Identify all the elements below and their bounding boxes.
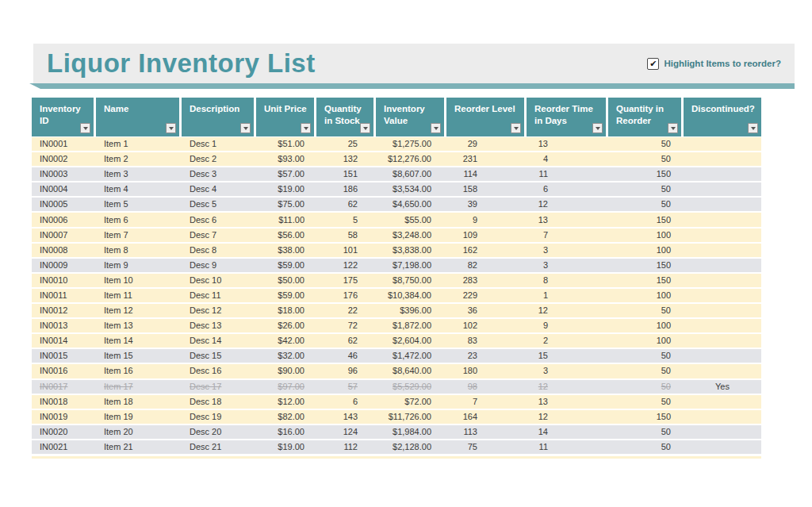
cell-inventory-value[interactable]: $3,838.00	[376, 244, 446, 257]
cell-description[interactable]: Desc 21	[182, 440, 256, 454]
cell-inventory-value[interactable]: $5,529.00	[376, 380, 446, 394]
cell-reorder-level[interactable]: 113	[446, 425, 527, 439]
cell-description[interactable]: Desc 12	[182, 304, 256, 317]
cell-quantity-in-stock[interactable]: 175	[316, 274, 376, 287]
cell-reorder-time-in-days[interactable]: 13	[527, 213, 608, 227]
cell-reorder-level[interactable]: 98	[446, 380, 527, 394]
cell-reorder-time-in-days[interactable]: 13	[527, 137, 608, 151]
cell-name[interactable]: Item 13	[96, 319, 182, 332]
cell-reorder-level[interactable]: 82	[446, 259, 527, 272]
cell-reorder-time-in-days[interactable]: 3	[527, 259, 608, 272]
cell-unit-price[interactable]: $42.00	[256, 334, 316, 348]
cell-discontinued[interactable]: Yes	[684, 380, 761, 394]
cell-description[interactable]: Desc 16	[182, 364, 256, 378]
cell-quantity-in-reorder[interactable]: 50	[608, 440, 684, 454]
cell-inventory-value[interactable]: $8,607.00	[376, 167, 446, 181]
cell-unit-price[interactable]: $59.00	[256, 259, 316, 272]
cell-inventory-value[interactable]: $1,984.00	[376, 425, 446, 439]
cell-unit-price[interactable]: $59.00	[256, 289, 316, 302]
cell-reorder-time-in-days[interactable]: 8	[527, 274, 608, 287]
filter-dropdown-button[interactable]	[301, 123, 311, 133]
cell-inventory-id[interactable]: IN0007	[32, 229, 96, 242]
cell-inventory-value[interactable]: $11,726.00	[376, 410, 446, 424]
cell-reorder-level[interactable]: 162	[446, 244, 527, 257]
cell-quantity-in-stock[interactable]: 25	[316, 137, 376, 151]
cell-quantity-in-stock[interactable]: 101	[316, 244, 376, 257]
cell-inventory-value[interactable]: $2,604.00	[376, 334, 446, 348]
cell-description[interactable]: Desc 8	[182, 244, 256, 257]
cell-inventory-value[interactable]: $3,248.00	[376, 229, 446, 242]
cell-reorder-time-in-days[interactable]: 13	[527, 395, 608, 409]
cell-inventory-id[interactable]: IN0015	[32, 349, 96, 363]
cell-reorder-level[interactable]: 36	[446, 304, 527, 317]
cell-inventory-id[interactable]: IN0016	[32, 364, 96, 378]
cell-inventory-value[interactable]: $12,276.00	[376, 152, 446, 166]
cell-inventory-id[interactable]: IN0001	[32, 137, 96, 151]
cell-reorder-time-in-days[interactable]: 7	[527, 229, 608, 242]
cell-description[interactable]: Desc 7	[182, 229, 256, 242]
cell-name[interactable]: Item 15	[96, 349, 182, 363]
cell-description[interactable]: Desc 14	[182, 334, 256, 348]
cell-name[interactable]: Item 20	[96, 425, 182, 439]
cell-name[interactable]: Item 7	[96, 229, 182, 242]
cell-inventory-id[interactable]: IN0009	[32, 259, 96, 272]
cell-inventory-value[interactable]: $8,640.00	[376, 364, 446, 378]
cell-quantity-in-stock[interactable]: 112	[316, 440, 376, 454]
cell-quantity-in-stock[interactable]: 176	[316, 289, 376, 302]
cell-description[interactable]: Desc 19	[182, 410, 256, 424]
cell-quantity-in-reorder[interactable]: 150	[608, 213, 684, 227]
cell-name[interactable]: Item 17	[96, 380, 182, 394]
cell-description[interactable]: Desc 18	[182, 395, 256, 409]
cell-inventory-id[interactable]: IN0021	[32, 440, 96, 454]
filter-dropdown-button[interactable]	[431, 123, 441, 133]
cell-reorder-time-in-days[interactable]: 12	[527, 380, 608, 394]
cell-quantity-in-stock[interactable]: 22	[316, 304, 376, 317]
cell-name[interactable]: Item 5	[96, 198, 182, 211]
cell-description[interactable]: Desc 1	[182, 137, 256, 151]
filter-dropdown-button[interactable]	[166, 123, 176, 133]
cell-reorder-level[interactable]: 231	[446, 152, 527, 166]
cell-name[interactable]: Item 4	[96, 182, 182, 196]
cell-inventory-id[interactable]: IN0010	[32, 274, 96, 287]
cell-unit-price[interactable]: $90.00	[256, 364, 316, 378]
cell-inventory-value[interactable]: $7,198.00	[376, 259, 446, 272]
cell-reorder-level[interactable]: 83	[446, 334, 527, 348]
cell-unit-price[interactable]: $75.00	[256, 198, 316, 211]
cell-name[interactable]: Item 14	[96, 334, 182, 348]
highlight-reorder-checkbox[interactable]: ✔	[647, 58, 659, 70]
cell-unit-price[interactable]: $57.00	[256, 167, 316, 181]
cell-inventory-id[interactable]: IN0018	[32, 395, 96, 409]
cell-reorder-level[interactable]: 75	[446, 440, 527, 454]
cell-inventory-value[interactable]: $1,472.00	[376, 349, 446, 363]
cell-inventory-value[interactable]: $72.00	[376, 395, 446, 409]
cell-name[interactable]: Item 1	[96, 137, 182, 151]
cell-quantity-in-stock[interactable]: 5	[316, 213, 376, 227]
cell-unit-price[interactable]: $51.00	[256, 137, 316, 151]
cell-quantity-in-reorder[interactable]: 100	[608, 319, 684, 332]
cell-inventory-id[interactable]: IN0002	[32, 152, 96, 166]
cell-reorder-level[interactable]: 229	[446, 289, 527, 302]
cell-quantity-in-reorder[interactable]: 100	[608, 244, 684, 257]
cell-quantity-in-reorder[interactable]: 150	[608, 410, 684, 424]
cell-inventory-id[interactable]: IN0011	[32, 289, 96, 302]
cell-name[interactable]: Item 11	[96, 289, 182, 302]
filter-dropdown-button[interactable]	[360, 123, 370, 133]
cell-inventory-value[interactable]: $55.00	[376, 213, 446, 227]
cell-unit-price[interactable]: $26.00	[256, 319, 316, 332]
cell-unit-price[interactable]: $82.00	[256, 410, 316, 424]
cell-inventory-id[interactable]: IN0003	[32, 167, 96, 181]
highlight-reorder-control[interactable]: ✔ Highlight Items to reorder?	[647, 58, 781, 70]
cell-inventory-id[interactable]: IN0005	[32, 198, 96, 211]
filter-dropdown-button[interactable]	[511, 123, 521, 133]
cell-quantity-in-reorder[interactable]: 50	[608, 395, 684, 409]
cell-inventory-value[interactable]: $1,275.00	[376, 137, 446, 151]
cell-name[interactable]: Item 18	[96, 395, 182, 409]
cell-reorder-time-in-days[interactable]: 12	[527, 410, 608, 424]
cell-description[interactable]: Desc 3	[182, 167, 256, 181]
cell-unit-price[interactable]: $56.00	[256, 229, 316, 242]
cell-reorder-time-in-days[interactable]: 11	[527, 440, 608, 454]
cell-quantity-in-reorder[interactable]: 100	[608, 229, 684, 242]
cell-quantity-in-stock[interactable]: 6	[316, 395, 376, 409]
cell-reorder-level[interactable]: 180	[446, 364, 527, 378]
cell-reorder-time-in-days[interactable]: 12	[527, 304, 608, 317]
